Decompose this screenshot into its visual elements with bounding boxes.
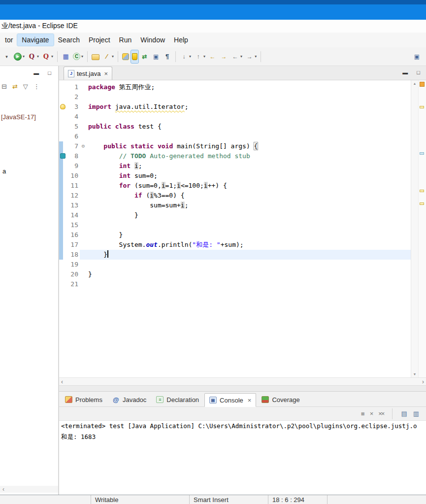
menu-item-window[interactable]: Window xyxy=(136,34,169,46)
scroll-right-icon[interactable]: › xyxy=(422,378,424,385)
tree-node-label[interactable]: a xyxy=(2,168,6,175)
code-line[interactable]: 2 xyxy=(59,92,411,102)
console-output[interactable]: <terminated> test [Java Application] C:\… xyxy=(59,421,426,495)
code-line[interactable]: 14 } xyxy=(59,210,411,220)
link-with-editor-button[interactable]: ⇄ xyxy=(139,50,150,63)
next-annotation-button[interactable]: ↓▾ xyxy=(179,50,192,63)
code-line[interactable]: 6 xyxy=(59,132,411,141)
terminate-button[interactable]: ■ xyxy=(361,410,364,417)
fold-margin[interactable] xyxy=(80,151,87,161)
fold-margin[interactable] xyxy=(80,161,87,171)
overview-mark-warning[interactable] xyxy=(420,190,424,192)
fold-margin[interactable] xyxy=(80,191,87,201)
code-line[interactable]: 15 xyxy=(59,220,411,230)
editor-hscrollbar[interactable]: ‹ › xyxy=(59,377,426,385)
tab-coverage[interactable]: Coverage xyxy=(257,393,304,406)
annotation-ruler[interactable] xyxy=(59,112,66,122)
annotation-ruler[interactable] xyxy=(59,220,66,230)
code-line[interactable]: 3import java.util.Iterator; xyxy=(59,102,411,112)
code-line[interactable]: 10 int sum=0; xyxy=(59,171,411,181)
annotation-ruler[interactable] xyxy=(59,260,66,269)
fold-margin[interactable] xyxy=(80,132,87,141)
annotation-ruler[interactable] xyxy=(59,171,66,181)
annotation-ruler[interactable] xyxy=(59,141,66,151)
menu-item-run[interactable]: Run xyxy=(115,34,136,46)
fold-margin[interactable] xyxy=(80,240,87,250)
tab-problems[interactable]: Problems xyxy=(61,393,107,406)
fold-margin[interactable] xyxy=(80,171,87,181)
close-icon[interactable]: × xyxy=(248,397,252,404)
menu-item-navigate[interactable]: Navigate xyxy=(17,34,53,46)
annotation-ruler[interactable] xyxy=(59,250,66,260)
view-menu-icon[interactable]: ⋮ xyxy=(33,83,40,90)
maximize-icon[interactable]: □ xyxy=(417,69,420,75)
annotation-ruler[interactable] xyxy=(59,201,66,210)
fold-margin[interactable] xyxy=(80,220,87,230)
fold-margin[interactable] xyxy=(80,102,87,112)
minimize-icon[interactable]: ▬ xyxy=(402,69,408,75)
prev-annotation-button[interactable]: ↑▾ xyxy=(193,50,206,63)
maximize-icon[interactable]: □ xyxy=(48,70,51,76)
fold-margin[interactable] xyxy=(80,250,87,260)
scroll-left-icon[interactable]: ‹ xyxy=(2,486,4,493)
annotation-ruler[interactable] xyxy=(59,132,66,141)
profile-button[interactable]: Q▾ xyxy=(41,50,54,63)
overview-ruler[interactable] xyxy=(418,80,426,377)
overview-mark-task[interactable] xyxy=(420,152,424,155)
external-annotations-button[interactable]: ∕▾ xyxy=(101,50,115,63)
annotation-ruler[interactable] xyxy=(59,161,66,171)
code-line[interactable]: 16 } xyxy=(59,230,411,240)
fold-margin[interactable] xyxy=(80,279,87,289)
jre-library-label[interactable]: [JavaSE-17] xyxy=(1,113,36,121)
fold-margin[interactable] xyxy=(80,82,87,92)
code-line[interactable]: 21 xyxy=(59,279,411,289)
annotation-ruler[interactable] xyxy=(59,102,66,112)
code-line[interactable]: 5public class test { xyxy=(59,122,411,132)
forward-button[interactable]: →▾ xyxy=(244,50,258,63)
fold-margin[interactable] xyxy=(80,201,87,210)
pin-editor-button[interactable]: ▣ xyxy=(412,50,422,63)
annotation-ruler[interactable] xyxy=(59,230,66,240)
tab-test-java[interactable]: J test.java × xyxy=(64,67,112,80)
code-line[interactable]: 4 xyxy=(59,112,411,122)
annotation-ruler[interactable] xyxy=(59,279,66,289)
code-line[interactable]: 20} xyxy=(59,269,411,279)
overview-origin-icon[interactable] xyxy=(420,82,425,87)
annotation-ruler[interactable] xyxy=(59,122,66,132)
annotation-ruler[interactable] xyxy=(59,82,66,92)
coverage-button[interactable]: Q▾ xyxy=(27,50,40,63)
annotation-ruler[interactable] xyxy=(59,269,66,279)
filter-icon[interactable]: ▽ xyxy=(23,83,28,90)
new-class-button[interactable]: C▾ xyxy=(72,50,84,63)
tab-javadoc[interactable]: @Javadoc xyxy=(108,393,151,406)
fold-margin[interactable] xyxy=(80,112,87,122)
fold-margin[interactable]: ⊖ xyxy=(80,141,87,151)
annotation-ruler[interactable] xyxy=(59,181,66,191)
code-line[interactable]: 11 for (sum=0,i=1;i<=100;i++) { xyxy=(59,181,411,191)
overview-mark-warning[interactable] xyxy=(420,106,424,108)
collapse-all-icon[interactable]: ⊟ xyxy=(1,83,7,90)
scroll-down-icon[interactable]: ▼ xyxy=(413,372,417,376)
close-icon[interactable]: × xyxy=(104,70,108,77)
menu-item-tor[interactable]: tor xyxy=(0,34,17,46)
code-line[interactable]: 19 xyxy=(59,260,411,269)
sash[interactable] xyxy=(59,385,426,391)
tab-console[interactable]: ▤Console× xyxy=(204,393,256,407)
toolbar-overflow-button[interactable]: ▾ xyxy=(1,50,12,63)
code-line[interactable]: 1package 第五周作业; xyxy=(59,82,411,92)
annotation-ruler[interactable] xyxy=(59,191,66,201)
fold-margin[interactable] xyxy=(80,181,87,191)
menu-item-project[interactable]: Project xyxy=(84,34,115,46)
scroll-lock-button[interactable]: ▥ xyxy=(413,410,419,417)
explorer-hscrollbar[interactable]: ‹ xyxy=(0,486,58,493)
remove-launch-button[interactable]: × xyxy=(370,410,373,417)
tab-declaration[interactable]: ≡Declaration xyxy=(152,393,203,406)
fold-margin[interactable] xyxy=(80,210,87,220)
run-button[interactable]: ▶▾ xyxy=(13,50,26,63)
next-edit-location-button[interactable]: → xyxy=(219,50,229,63)
annotation-ruler[interactable] xyxy=(59,151,66,161)
scroll-left-icon[interactable]: ‹ xyxy=(61,378,63,385)
fold-margin[interactable] xyxy=(80,260,87,269)
remove-all-launches-button[interactable]: ×× xyxy=(378,410,384,417)
fold-margin[interactable] xyxy=(80,230,87,240)
